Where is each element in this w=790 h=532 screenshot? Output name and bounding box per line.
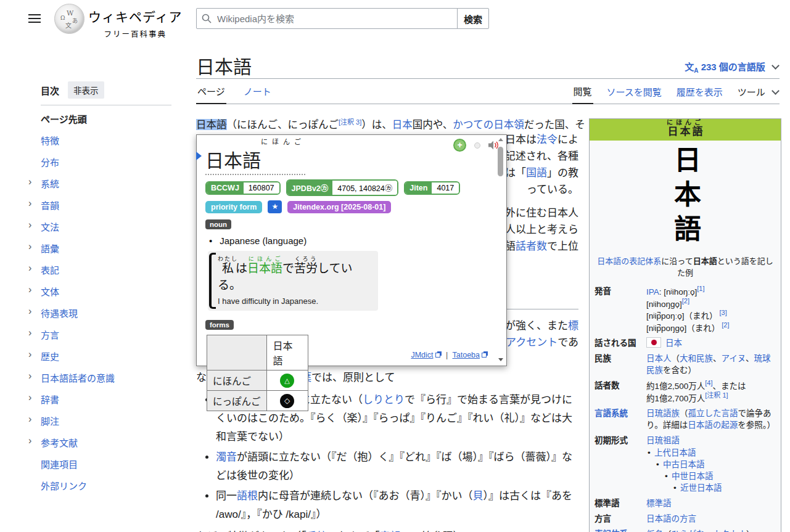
chevron-right-icon[interactable]: › <box>28 414 31 425</box>
link[interactable]: [2] <box>720 321 729 329</box>
link[interactable]: 日本人 <box>646 354 672 363</box>
jmdict-link[interactable]: JMdict <box>411 351 433 359</box>
search-input[interactable] <box>196 8 458 29</box>
link[interactable]: [1] <box>697 285 704 292</box>
link[interactable]: 日本語の表記体系 <box>597 256 661 266</box>
link[interactable]: 孤立した言語 <box>688 409 738 418</box>
toc-item[interactable]: ページ先頭 <box>27 108 181 129</box>
toc-item[interactable]: 分布 <box>27 151 181 173</box>
chevron-right-icon[interactable]: › <box>28 435 31 446</box>
chevron-right-icon[interactable]: › <box>28 284 31 295</box>
toc-item[interactable]: › 音韻 <box>27 194 181 216</box>
toc-item[interactable]: › 表記 <box>27 259 181 280</box>
chevron-right-icon[interactable]: › <box>28 219 31 231</box>
link[interactable]: [3] <box>717 309 726 316</box>
early-form-link[interactable]: 中古日本語 <box>655 459 776 470</box>
link[interactable]: 標準語 <box>646 499 672 508</box>
scroll-up-arrow-icon[interactable] <box>498 138 503 141</box>
toc-item[interactable]: 外部リンク <box>27 475 181 496</box>
toc-item[interactable]: › 方言 <box>27 324 181 345</box>
early-form-link[interactable]: 上代日本語 <box>646 447 776 459</box>
chevron-right-icon[interactable]: › <box>28 263 31 274</box>
scrollbar-thumb[interactable] <box>498 147 503 176</box>
tab-talk[interactable]: ノート <box>242 79 273 104</box>
link[interactable]: [2] <box>682 297 689 305</box>
link[interactable]: カタカナ <box>713 530 746 532</box>
dictionary-source-tag[interactable]: Jitendex.org [2025-08-01] <box>287 201 391 213</box>
early-form-link[interactable]: 近世日本語 <box>672 482 776 494</box>
infobox-title: 日本語にほんご <box>590 119 781 141</box>
chevron-right-icon[interactable]: › <box>28 349 31 360</box>
frequency-tag: JPDBv2㋕ 4705, 140824㋕ <box>286 179 399 196</box>
link[interactable]: [注釈 1] <box>705 391 728 399</box>
tab-tools[interactable]: ツール <box>736 80 780 104</box>
text: 日本語 <box>196 119 227 130</box>
chevron-right-icon[interactable]: › <box>28 198 31 209</box>
link[interactable]: 大和民族 <box>680 354 713 363</box>
toc-item[interactable]: › 系統 <box>27 173 181 194</box>
star-icon[interactable] <box>268 200 282 213</box>
link[interactable]: 日本 <box>392 119 413 130</box>
toc-item[interactable]: › 文法 <box>27 216 181 237</box>
language-selector-button[interactable]: 文A 233 個の言語版 <box>685 60 778 74</box>
link[interactable]: 法令 <box>537 134 558 145</box>
link[interactable]: 仮名 <box>646 530 663 532</box>
link[interactable]: [4] <box>705 379 712 387</box>
link[interactable]: しりとり <box>363 394 405 406</box>
chevron-right-icon[interactable]: › <box>28 370 31 382</box>
wikipedia-globe-logo[interactable]: WΩあ文 <box>54 4 84 34</box>
link[interactable]: 標 <box>568 320 578 332</box>
tab-history[interactable]: 履歴を表示 <box>675 80 724 104</box>
link[interactable]: 貝 <box>473 490 483 502</box>
hamburger-menu-icon[interactable] <box>28 14 41 23</box>
chevron-right-icon[interactable]: › <box>28 392 31 403</box>
text: 、または <box>713 382 746 391</box>
link[interactable]: 日琉祖語 <box>646 436 680 445</box>
link[interactable]: 語根 <box>237 490 258 502</box>
link[interactable]: ひらがな <box>672 530 705 532</box>
text: （にほんご、にっぽんご <box>227 119 339 130</box>
early-form-link[interactable]: 中世日本語 <box>664 470 776 482</box>
toc-item[interactable]: › 脚注 <box>27 410 181 432</box>
toc-item[interactable]: › 文体 <box>27 280 181 302</box>
search-button[interactable]: 検索 <box>457 8 489 29</box>
part-of-speech-tag: noun <box>205 219 231 229</box>
toc-item[interactable]: › 辞書 <box>27 388 181 410</box>
text: 同一 <box>216 490 237 502</box>
link[interactable]: 日本 <box>665 338 682 348</box>
link[interactable]: 濁音 <box>216 451 237 463</box>
infobox-row: 話される国 日本 <box>590 335 781 351</box>
link[interactable]: かつての日本領 <box>453 119 524 130</box>
paragraph: などの特徴があった（「系統」および「音韻」の節参照）。 <box>196 528 581 532</box>
link[interactable]: アイヌ <box>722 354 746 363</box>
wikipedia-wordmark[interactable]: ウィキペディア フリー百科事典 <box>88 7 183 39</box>
toc-item[interactable]: 関連項目 <box>27 453 181 475</box>
toc-item[interactable]: › 待遇表現 <box>27 302 181 324</box>
tab-view-source[interactable]: ソースを閲覧 <box>606 80 663 104</box>
link[interactable]: アクセント <box>506 337 558 348</box>
calligraphy-image: 日本語 <box>590 141 781 253</box>
toc-item[interactable]: › 日本語話者の意識 <box>27 367 181 388</box>
toc-item[interactable]: › 語彙 <box>27 237 181 259</box>
chevron-right-icon[interactable]: › <box>28 327 31 338</box>
toc-hide-button[interactable]: 非表示 <box>68 81 104 99</box>
tab-read[interactable]: 閲覧 <box>572 79 593 104</box>
link[interactable]: 国語 <box>526 167 547 179</box>
toc-item[interactable]: 特徴 <box>27 129 181 151</box>
scroll-down-arrow-icon[interactable] <box>498 358 503 361</box>
chevron-right-icon[interactable]: › <box>28 306 31 317</box>
chevron-right-icon[interactable]: › <box>28 176 31 187</box>
tatoeba-link[interactable]: Tatoeba <box>453 351 480 359</box>
link[interactable]: 日本語の起源 <box>688 420 738 430</box>
link[interactable]: [注釈 3] <box>339 118 361 126</box>
wordmark-tagline: フリー百科事典 <box>88 28 183 39</box>
popup-scrollbar[interactable] <box>496 136 506 365</box>
toc-item[interactable]: › 参考文献 <box>27 432 181 453</box>
link[interactable]: 日琉語族 <box>646 409 680 418</box>
toc-item[interactable]: › 歴史 <box>27 345 181 367</box>
tab-page[interactable]: ページ <box>196 79 226 104</box>
chevron-right-icon[interactable]: › <box>28 241 31 252</box>
link[interactable]: 話者数 <box>516 240 547 252</box>
link[interactable]: IPA <box>646 287 659 297</box>
link[interactable]: 日本語の方言 <box>646 514 696 523</box>
